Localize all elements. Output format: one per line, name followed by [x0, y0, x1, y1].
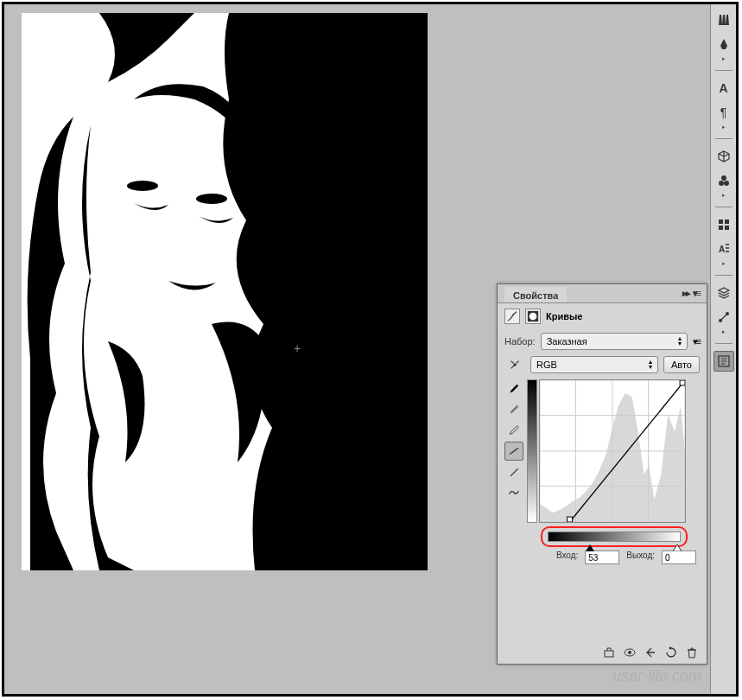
previous-state-icon[interactable]: [643, 645, 658, 660]
svg-rect-30: [568, 517, 573, 522]
input-gradient-slider[interactable]: [548, 531, 681, 542]
paragraph-icon[interactable]: ¶: [713, 102, 734, 123]
eyedropper-black-icon[interactable]: [504, 379, 523, 398]
svg-point-28: [513, 363, 517, 366]
panel-tab-bar: Свойства ▸▸ ▾≡: [498, 284, 707, 303]
white-point-handle[interactable]: [673, 539, 682, 546]
svg-marker-33: [673, 544, 682, 551]
svg-rect-31: [680, 380, 685, 385]
black-point-handle[interactable]: [586, 539, 594, 546]
svg-point-17: [724, 181, 729, 186]
brushes-icon[interactable]: [713, 10, 734, 30]
panel-menu-icon[interactable]: ▾≡: [693, 288, 700, 299]
svg-rect-34: [605, 651, 613, 657]
swatches-icon[interactable]: [713, 214, 734, 235]
svg-rect-21: [725, 226, 729, 230]
eyedropper-white-icon[interactable]: [504, 421, 523, 440]
expand-arrow[interactable]: ▸: [722, 55, 726, 62]
character-icon[interactable]: A: [713, 78, 734, 99]
svg-point-8: [357, 374, 360, 378]
svg-rect-19: [725, 220, 729, 224]
photo-content: [22, 13, 428, 570]
curve-draw-tool[interactable]: [504, 462, 523, 481]
properties-panel: Свойства ▸▸ ▾≡ Кривые Набор: Заказная ▴▾…: [497, 283, 707, 665]
panel-footer: [601, 645, 700, 660]
svg-point-5: [373, 252, 378, 258]
clip-to-layer-icon[interactable]: [601, 645, 617, 660]
expand-arrow[interactable]: ▸: [722, 124, 726, 130]
output-gradient: [527, 379, 537, 523]
svg-point-16: [719, 181, 724, 186]
svg-rect-18: [719, 220, 723, 224]
svg-point-10: [339, 452, 343, 455]
smooth-tool[interactable]: [504, 483, 523, 502]
trash-icon[interactable]: [684, 645, 700, 660]
expand-arrow[interactable]: ▸: [722, 192, 726, 199]
expand-arrow[interactable]: ▸: [722, 260, 726, 267]
input-value-field[interactable]: 53: [585, 550, 619, 564]
properties-icon[interactable]: [713, 351, 734, 372]
svg-text:A: A: [719, 245, 725, 254]
paths-icon[interactable]: [713, 307, 734, 328]
expand-arrow[interactable]: ▸: [722, 328, 726, 335]
app-frame: + ▸ A ¶ ▸ ▸ A ▸ ▸ Свойства ▸▸ ▾≡: [2, 2, 739, 697]
on-image-adjust-tool[interactable]: [504, 355, 525, 374]
svg-point-1: [127, 181, 158, 191]
panel-title: Кривые: [546, 311, 582, 321]
output-label: Выход:: [626, 550, 655, 564]
svg-marker-32: [586, 544, 594, 551]
chevron-right-icon[interactable]: ▸▸: [682, 288, 689, 299]
curves-adjustment-icon: [504, 309, 520, 324]
character-styles-icon[interactable]: A: [713, 239, 734, 259]
svg-point-3: [321, 175, 327, 180]
right-toolbar: ▸ A ¶ ▸ ▸ A ▸ ▸: [710, 4, 736, 694]
preset-select[interactable]: Заказная ▴▾: [541, 333, 688, 350]
brush-presets-icon[interactable]: [713, 34, 734, 54]
input-slider-highlight: [541, 526, 688, 547]
watermark-text: user-life.com: [612, 667, 701, 685]
channel-value: RGB: [536, 360, 557, 370]
preset-value: Заказная: [547, 336, 587, 347]
layers-icon[interactable]: [713, 283, 734, 303]
svg-marker-37: [669, 646, 671, 650]
svg-point-4: [348, 210, 352, 213]
preset-label: Набор:: [504, 336, 536, 347]
curves-graph[interactable]: [539, 379, 686, 523]
svg-point-9: [399, 417, 404, 422]
svg-point-11: [382, 494, 387, 500]
svg-point-27: [530, 313, 537, 321]
materials-icon[interactable]: [713, 170, 734, 191]
output-value-field[interactable]: 0: [662, 550, 696, 564]
canvas-image[interactable]: +: [22, 13, 428, 570]
svg-point-2: [196, 194, 227, 204]
curve-point-tool[interactable]: [504, 442, 523, 461]
svg-point-36: [628, 651, 631, 654]
panel-tab-title[interactable]: Свойства: [504, 287, 567, 302]
3d-icon[interactable]: [713, 146, 734, 167]
reset-icon[interactable]: [663, 645, 679, 660]
curves-side-tools: [504, 379, 523, 564]
preset-menu-icon[interactable]: ▾≡: [693, 336, 700, 347]
updown-arrows-icon: ▴▾: [649, 360, 652, 370]
auto-button[interactable]: Авто: [663, 356, 700, 373]
channel-select[interactable]: RGB ▴▾: [530, 356, 658, 373]
layer-mask-icon: [525, 309, 541, 324]
svg-point-7: [390, 330, 396, 335]
updown-arrows-icon: ▴▾: [678, 336, 682, 347]
panel-header: Кривые: [498, 303, 707, 329]
panel-body: Набор: Заказная ▴▾ ▾≡ RGB ▴▾ Авто: [498, 329, 707, 568]
svg-rect-20: [719, 226, 723, 230]
svg-point-6: [331, 296, 334, 300]
svg-point-15: [721, 175, 726, 181]
input-label: Вход:: [556, 550, 578, 564]
eye-visibility-icon[interactable]: [622, 645, 637, 660]
eyedropper-gray-icon[interactable]: [504, 400, 523, 419]
